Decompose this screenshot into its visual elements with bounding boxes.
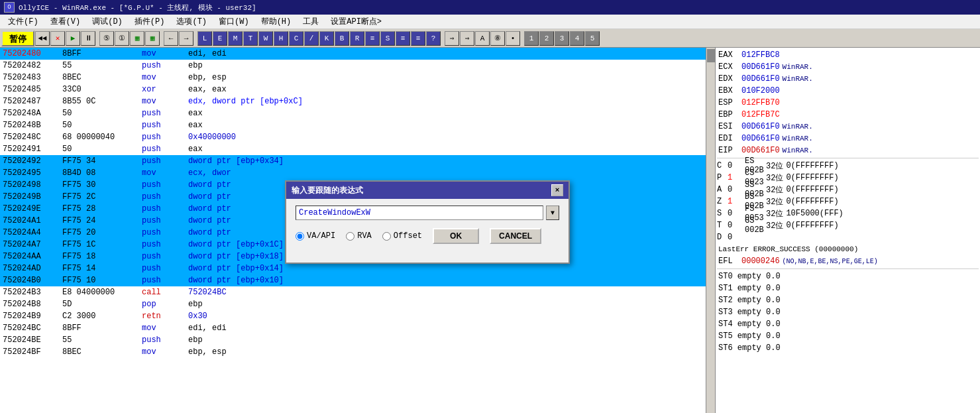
disasm-ops: 752024BC — [186, 286, 715, 298]
disasm-scrollbar[interactable] — [706, 48, 715, 413]
menu-item[interactable]: 帮助(H) — [256, 15, 297, 29]
disasm-ops: edi, edi — [186, 322, 715, 334]
disasm-mnem: mov — [139, 48, 186, 60]
radio-offset[interactable]: Offset — [382, 231, 422, 241]
toolbar-btn-run[interactable]: ▶ — [66, 31, 80, 46]
disasm-addr: 75202483 — [0, 72, 60, 84]
toolbar-btn-eq1[interactable]: ≡ — [365, 31, 380, 46]
toolbar-btn-H[interactable]: H — [274, 31, 288, 46]
disasm-mnem: push — [139, 179, 186, 191]
toolbar-btn-T[interactable]: T — [243, 31, 258, 46]
ok-button[interactable]: OK — [433, 228, 479, 244]
window-title: OllyICE - WinRAR.exe - [*G.P.U* - 主线程, 模… — [19, 3, 256, 13]
cancel-button[interactable]: CANCEL — [490, 228, 541, 244]
disasm-mnem: push — [139, 119, 186, 131]
disasm-mnem: retn — [139, 310, 186, 322]
toolbar-btn-3[interactable]: ▦ — [130, 31, 144, 46]
menu-item[interactable]: 设置API断点> — [325, 15, 387, 29]
disasm-hex: 55 — [60, 334, 139, 346]
menu-item[interactable]: 选项(T) — [171, 15, 212, 29]
toolbar-btn-rewind[interactable]: ◄◄ — [35, 31, 50, 46]
toolbar-btn-A[interactable]: A — [475, 31, 490, 46]
flag-row: T 0 GS 002B 32位 0(FFFFFFFF) — [717, 219, 979, 231]
radio-va-api[interactable]: VA/API — [296, 231, 335, 241]
menu-item[interactable]: 插件(P) — [129, 15, 170, 29]
toolbar-btn-arr2[interactable]: ⇒ — [460, 31, 474, 46]
expression-dialog[interactable]: 输入要跟随的表达式 × ▼ VA/API — [285, 180, 570, 264]
toolbar-btn-n2[interactable]: 2 — [539, 31, 554, 46]
expression-input[interactable] — [296, 206, 543, 220]
radio-rva[interactable]: RVA — [346, 231, 372, 241]
toolbar: 暂停 ◄◄ ✕ ▶ ⏸ ⑤ ① ▦ ▦ ← → L E M T W H C / … — [0, 29, 980, 48]
dialog-input-row: ▼ — [296, 206, 559, 220]
toolbar-btn-n3[interactable]: 3 — [555, 31, 569, 46]
reg-row: EAX 012FFBC8 — [717, 49, 979, 61]
disasm-hex: 50 — [60, 119, 139, 131]
toolbar-btn-S[interactable]: S — [380, 31, 395, 46]
disasm-mnem: push — [139, 263, 186, 274]
disasm-mnem: xor — [139, 84, 186, 95]
toolbar-btn-4[interactable]: ▦ — [145, 31, 160, 46]
reg-row: EDX 00D661F0 WinRAR. — [717, 73, 979, 85]
disasm-mnem: mov — [139, 346, 186, 358]
disasm-hex: FF75 18 — [60, 251, 139, 263]
dropdown-button[interactable]: ▼ — [546, 206, 559, 220]
toolbar-btn-E[interactable]: E — [213, 31, 227, 46]
toolbar-btn-eq3[interactable]: ≡ — [411, 31, 425, 46]
disasm-hex: 33C0 — [60, 84, 139, 95]
toolbar-btn-B[interactable]: B — [335, 31, 349, 46]
disasm-hex: FF75 10 — [60, 274, 139, 286]
toolbar-btn-n1[interactable]: 1 — [524, 31, 539, 46]
disasm-panel[interactable]: 75202480 8BFF mov edi, edi 75202482 55 p… — [0, 48, 715, 413]
st-row: ST5 empty 0.0 — [717, 330, 979, 342]
menu-item[interactable]: 窗口(W) — [213, 15, 254, 29]
disasm-hex: 8BEC — [60, 346, 139, 358]
toolbar-btn-pause[interactable]: ⏸ — [81, 31, 95, 46]
reg-row: EBP 012FFB7C — [717, 109, 979, 121]
disasm-hex: 55 — [60, 60, 139, 72]
toolbar-btn-eq2[interactable]: ≡ — [396, 31, 410, 46]
reg-row: ESI 00D661F0 WinRAR. — [717, 121, 979, 133]
menu-item[interactable]: 工具 — [298, 15, 324, 29]
toolbar-btn-dot[interactable]: • — [506, 31, 520, 46]
disasm-mnem: push — [139, 107, 186, 119]
toolbar-btn-8[interactable]: ⑧ — [490, 31, 505, 46]
toolbar-btn-fwd[interactable]: → — [179, 31, 193, 46]
toolbar-btn-M[interactable]: M — [228, 31, 243, 46]
st-row: ST4 empty 0.0 — [717, 318, 979, 330]
toolbar-btn-stop[interactable]: ✕ — [50, 31, 65, 46]
disasm-addr: 752024B0 — [0, 274, 60, 286]
menu-item[interactable]: 查看(V) — [45, 15, 86, 29]
toolbar-btn-1[interactable]: ⑤ — [99, 31, 114, 46]
reg-row: EDI 00D661F0 WinRAR. — [717, 133, 979, 145]
toolbar-btn-n4[interactable]: 4 — [570, 31, 584, 46]
disasm-mnem: push — [139, 334, 186, 346]
disasm-hex: 50 — [60, 107, 139, 119]
toolbar-btn-n5[interactable]: 5 — [585, 31, 600, 46]
disasm-hex: FF75 1C — [60, 239, 139, 251]
disasm-hex: 8BFF — [60, 48, 139, 60]
disasm-ops: ebp, esp — [186, 72, 715, 84]
disasm-addr: 752024B8 — [0, 298, 60, 310]
disasm-mnem: push — [139, 227, 186, 239]
toolbar-btn-C[interactable]: C — [289, 31, 303, 46]
toolbar-btn-W[interactable]: W — [258, 31, 273, 46]
disasm-addr: 7520248A — [0, 107, 60, 119]
efl-row: EFL 00000246 (NO,NB,E,BE,NS,PE,GE,LE) — [717, 255, 979, 267]
dialog-title-bar: 输入要跟随的表达式 × — [286, 182, 569, 199]
toolbar-btn-q[interactable]: ? — [426, 31, 441, 46]
toolbar-btn-K[interactable]: K — [319, 31, 334, 46]
toolbar-btn-slash[interactable]: / — [304, 31, 319, 46]
reg-row: ECX 00D661F0 WinRAR. — [717, 61, 979, 73]
toolbar-btn-2[interactable]: ① — [115, 31, 129, 46]
toolbar-btn-L[interactable]: L — [197, 31, 212, 46]
pause-button[interactable]: 暂停 — [1, 30, 34, 46]
toolbar-btn-R[interactable]: R — [350, 31, 364, 46]
disasm-mnem: mov — [139, 72, 186, 84]
menu-item[interactable]: 文件(F) — [3, 15, 44, 29]
menu-item[interactable]: 调试(D) — [87, 15, 128, 29]
toolbar-btn-arr1[interactable]: ⇒ — [445, 31, 459, 46]
toolbar-btn-back[interactable]: ← — [164, 31, 178, 46]
disasm-ops: ebp — [186, 334, 715, 346]
dialog-close-button[interactable]: × — [551, 184, 563, 196]
